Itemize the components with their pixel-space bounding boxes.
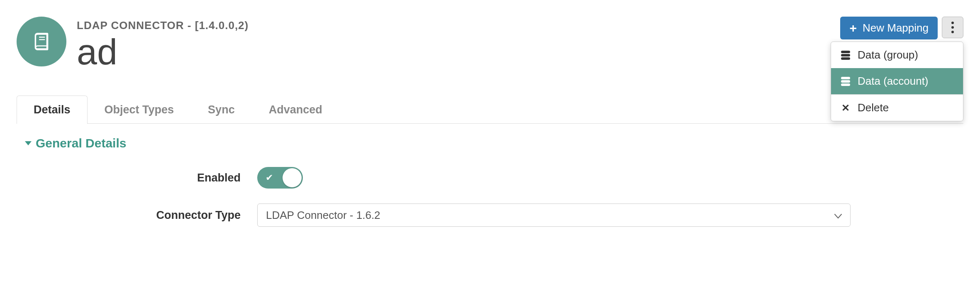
connector-icon	[17, 17, 66, 66]
more-actions-menu: Data (group) Data (account) ✕ Delete	[831, 42, 963, 121]
vertical-dots-icon	[951, 22, 954, 33]
section-general-details[interactable]: General Details	[25, 136, 955, 150]
enabled-label: Enabled	[25, 172, 257, 184]
connector-title: ad	[77, 34, 249, 70]
tabs: Details Object Types Sync Advanced	[17, 95, 963, 124]
check-icon: ✔	[266, 172, 273, 183]
tab-details[interactable]: Details	[17, 96, 88, 124]
menu-item-label: Delete	[858, 101, 889, 114]
toggle-knob	[283, 168, 302, 187]
close-icon: ✕	[841, 102, 850, 114]
menu-item-label: Data (group)	[858, 49, 918, 61]
connector-type-label: Connector Type	[25, 209, 257, 222]
tab-advanced[interactable]: Advanced	[252, 96, 339, 124]
connector-subtitle: LDAP CONNECTOR - [1.4.0.0,2)	[77, 19, 249, 32]
connector-type-value: LDAP Connector - 1.6.2	[266, 209, 380, 222]
menu-item-delete[interactable]: ✕ Delete	[831, 95, 963, 121]
tab-object-types[interactable]: Object Types	[88, 96, 191, 124]
database-icon	[841, 77, 850, 86]
caret-down-icon	[25, 141, 32, 145]
connector-type-select[interactable]: LDAP Connector - 1.6.2	[257, 203, 851, 227]
database-icon	[841, 51, 850, 60]
plus-icon: +	[849, 22, 857, 34]
menu-item-data-group[interactable]: Data (group)	[831, 42, 963, 68]
book-icon	[30, 30, 53, 53]
menu-item-data-account[interactable]: Data (account)	[831, 68, 963, 94]
menu-item-label: Data (account)	[858, 75, 929, 88]
new-mapping-label: New Mapping	[863, 22, 929, 34]
more-actions-button[interactable]	[942, 17, 963, 38]
new-mapping-button[interactable]: + New Mapping	[840, 17, 938, 39]
chevron-down-icon	[834, 209, 842, 222]
enabled-toggle[interactable]: ✔	[257, 167, 303, 189]
tab-sync[interactable]: Sync	[191, 96, 252, 124]
section-title: General Details	[36, 136, 126, 150]
